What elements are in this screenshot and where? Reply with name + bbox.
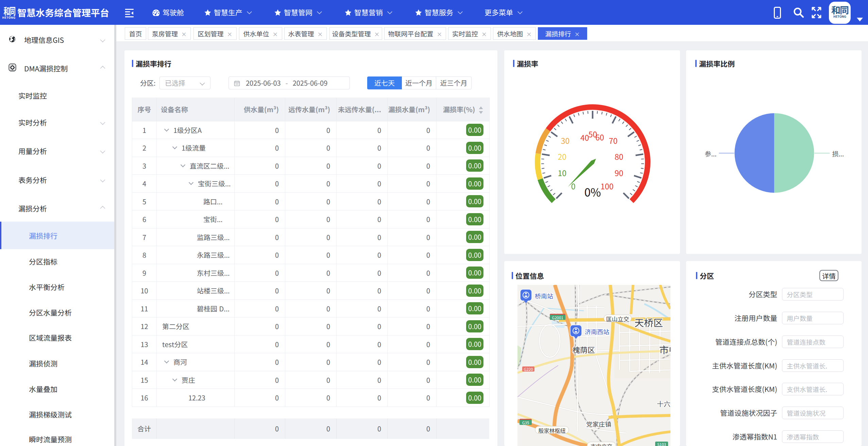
svg-text:20: 20 bbox=[558, 151, 567, 162]
svg-text:30: 30 bbox=[561, 135, 570, 146]
svg-text:0%: 0% bbox=[584, 184, 601, 200]
svg-text:G35: G35 bbox=[522, 420, 529, 425]
svg-text:G220: G220 bbox=[524, 366, 533, 372]
svg-text:桥南站: 桥南站 bbox=[535, 291, 553, 300]
svg-text:60: 60 bbox=[595, 131, 604, 143]
svg-text:党家庄镇: 党家庄镇 bbox=[586, 419, 611, 428]
svg-text:40: 40 bbox=[580, 132, 589, 143]
svg-text:损...: 损... bbox=[832, 149, 844, 158]
svg-text:10: 10 bbox=[558, 167, 567, 178]
svg-text:济南西站: 济南西站 bbox=[585, 327, 609, 336]
svg-text:殷家林枢纽: 殷家林枢纽 bbox=[538, 426, 565, 434]
svg-text:100: 100 bbox=[600, 180, 613, 192]
svg-text:G2001: G2001 bbox=[552, 315, 563, 320]
svg-text:槐荫区: 槐荫区 bbox=[573, 344, 595, 355]
svg-text:80: 80 bbox=[615, 151, 624, 162]
svg-text:90: 90 bbox=[615, 167, 624, 178]
svg-text:参...: 参... bbox=[705, 149, 717, 158]
svg-text:70: 70 bbox=[609, 135, 618, 146]
